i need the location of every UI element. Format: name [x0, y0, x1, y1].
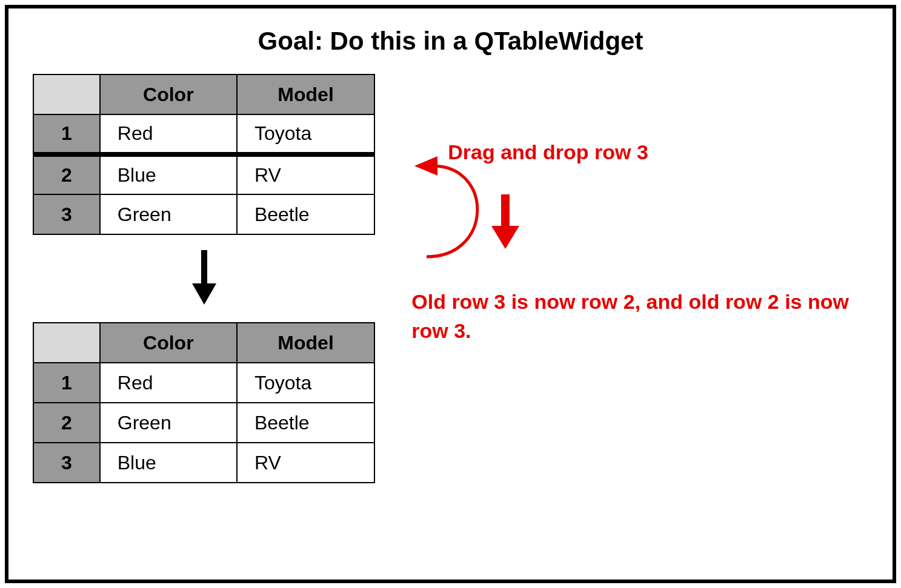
cell-color: Red — [100, 363, 237, 403]
table-row[interactable]: 2 Green Beetle — [33, 403, 374, 443]
content-area: Color Model 1 Red Toyota 2 Blue RV 3 Gre… — [33, 74, 868, 483]
cell-color: Red — [100, 114, 237, 154]
svg-marker-4 — [414, 156, 437, 176]
table-row[interactable]: 1 Red Toyota — [33, 114, 374, 154]
row-header: 1 — [33, 114, 100, 154]
cell-model: Toyota — [237, 363, 374, 403]
cell-color: Green — [100, 194, 237, 234]
table-row[interactable]: 3 Blue RV — [33, 443, 374, 483]
table-header-row: Color Model — [33, 323, 374, 363]
cell-model: Toyota — [237, 114, 374, 154]
table-row[interactable]: 3 Green Beetle — [33, 194, 374, 234]
table-row[interactable]: 1 Red Toyota — [33, 363, 374, 403]
cell-model: RV — [237, 443, 374, 483]
red-down-arrow-icon — [490, 194, 868, 251]
annotation-result: Old row 3 is now row 2, and old row 2 is… — [411, 288, 868, 345]
table-header-row: Color Model — [33, 74, 374, 114]
column-header-model: Model — [237, 74, 374, 114]
cell-model: Beetle — [237, 403, 374, 443]
table-after: Color Model 1 Red Toyota 2 Green Beetle … — [33, 322, 375, 483]
corner-cell — [33, 323, 100, 363]
row-header: 1 — [33, 363, 100, 403]
left-column: Color Model 1 Red Toyota 2 Blue RV 3 Gre… — [33, 74, 375, 483]
corner-cell — [33, 74, 100, 114]
cell-color: Blue — [100, 154, 237, 194]
diagram-frame: Goal: Do this in a QTableWidget Color Mo… — [5, 5, 896, 583]
row-header: 2 — [33, 154, 100, 194]
row-header: 3 — [33, 194, 100, 234]
table-row[interactable]: 2 Blue RV — [33, 154, 374, 194]
curved-arrow-icon — [414, 154, 511, 277]
row-header: 3 — [33, 443, 100, 483]
column-header-color: Color — [100, 74, 237, 114]
right-column: Drag and drop row 3 Old row 3 is now row… — [411, 74, 868, 483]
svg-marker-1 — [192, 283, 216, 305]
down-arrow-icon — [189, 250, 219, 307]
column-header-model: Model — [237, 323, 374, 363]
column-header-color: Color — [100, 323, 237, 363]
table-before: Color Model 1 Red Toyota 2 Blue RV 3 Gre… — [33, 74, 375, 235]
cell-color: Blue — [100, 443, 237, 483]
cell-model: Beetle — [237, 194, 374, 234]
cell-model: RV — [237, 154, 374, 194]
page-title: Goal: Do this in a QTableWidget — [33, 27, 868, 56]
row-header: 2 — [33, 403, 100, 443]
cell-color: Green — [100, 403, 237, 443]
